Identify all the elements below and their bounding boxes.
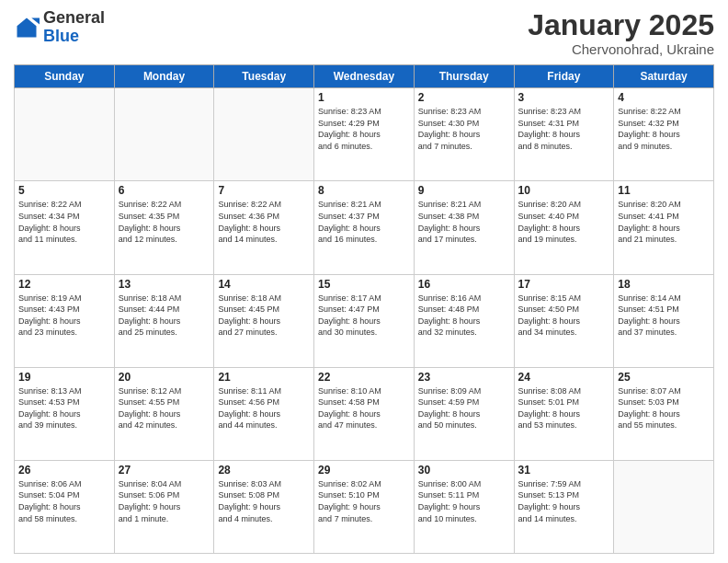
calendar-cell: 14Sunrise: 8:18 AM Sunset: 4:45 PM Dayli…: [214, 274, 314, 367]
day-number: 7: [218, 184, 310, 197]
day-info: Sunrise: 8:02 AM Sunset: 5:10 PM Dayligh…: [318, 478, 410, 524]
week-row-0: 1Sunrise: 8:23 AM Sunset: 4:29 PM Daylig…: [15, 88, 714, 181]
day-info: Sunrise: 8:21 AM Sunset: 4:38 PM Dayligh…: [418, 199, 510, 245]
day-info: Sunrise: 8:22 AM Sunset: 4:35 PM Dayligh…: [119, 199, 210, 245]
day-number: 23: [418, 371, 510, 384]
day-info: Sunrise: 8:03 AM Sunset: 5:08 PM Dayligh…: [218, 478, 310, 524]
calendar-cell: [214, 88, 314, 181]
logo: General Blue: [14, 9, 105, 46]
calendar-cell: 18Sunrise: 8:14 AM Sunset: 4:51 PM Dayli…: [614, 274, 714, 367]
day-number: 25: [618, 371, 710, 384]
day-info: Sunrise: 8:23 AM Sunset: 4:30 PM Dayligh…: [418, 106, 510, 152]
calendar-cell: 6Sunrise: 8:22 AM Sunset: 4:35 PM Daylig…: [114, 181, 214, 274]
calendar-cell: 28Sunrise: 8:03 AM Sunset: 5:08 PM Dayli…: [214, 460, 314, 553]
calendar-cell: 8Sunrise: 8:21 AM Sunset: 4:37 PM Daylig…: [314, 181, 415, 274]
title-block: January 2025 Chervonohrad, Ukraine: [528, 9, 714, 57]
calendar-cell: 2Sunrise: 8:23 AM Sunset: 4:30 PM Daylig…: [414, 88, 514, 181]
day-info: Sunrise: 8:19 AM Sunset: 4:43 PM Dayligh…: [18, 293, 110, 339]
day-info: Sunrise: 7:59 AM Sunset: 5:13 PM Dayligh…: [518, 478, 610, 524]
day-number: 8: [318, 184, 410, 197]
day-info: Sunrise: 8:22 AM Sunset: 4:36 PM Dayligh…: [218, 199, 310, 245]
weekday-header-sunday: Sunday: [15, 65, 115, 88]
weekday-header-wednesday: Wednesday: [314, 65, 415, 88]
day-number: 1: [318, 91, 410, 104]
day-number: 17: [518, 278, 610, 291]
calendar-cell: 12Sunrise: 8:19 AM Sunset: 4:43 PM Dayli…: [15, 274, 115, 367]
week-row-3: 19Sunrise: 8:13 AM Sunset: 4:53 PM Dayli…: [15, 367, 714, 460]
calendar-cell: [614, 460, 714, 553]
week-row-4: 26Sunrise: 8:06 AM Sunset: 5:04 PM Dayli…: [15, 460, 714, 553]
day-number: 30: [418, 464, 510, 477]
day-info: Sunrise: 8:00 AM Sunset: 5:11 PM Dayligh…: [418, 478, 510, 524]
day-info: Sunrise: 8:16 AM Sunset: 4:48 PM Dayligh…: [418, 293, 510, 339]
calendar-cell: 10Sunrise: 8:20 AM Sunset: 4:40 PM Dayli…: [514, 181, 614, 274]
calendar-cell: 22Sunrise: 8:10 AM Sunset: 4:58 PM Dayli…: [314, 367, 415, 460]
day-number: 31: [518, 464, 610, 477]
day-number: 29: [318, 464, 410, 477]
day-info: Sunrise: 8:20 AM Sunset: 4:41 PM Dayligh…: [618, 199, 710, 245]
calendar-cell: 3Sunrise: 8:23 AM Sunset: 4:31 PM Daylig…: [514, 88, 614, 181]
calendar-cell: 19Sunrise: 8:13 AM Sunset: 4:53 PM Dayli…: [15, 367, 115, 460]
calendar-cell: 4Sunrise: 8:22 AM Sunset: 4:32 PM Daylig…: [614, 88, 714, 181]
day-number: 19: [18, 371, 110, 384]
weekday-header-tuesday: Tuesday: [214, 65, 314, 88]
calendar-cell: 7Sunrise: 8:22 AM Sunset: 4:36 PM Daylig…: [214, 181, 314, 274]
calendar-cell: 20Sunrise: 8:12 AM Sunset: 4:55 PM Dayli…: [114, 367, 214, 460]
day-info: Sunrise: 8:21 AM Sunset: 4:37 PM Dayligh…: [318, 199, 410, 245]
calendar-cell: 17Sunrise: 8:15 AM Sunset: 4:50 PM Dayli…: [514, 274, 614, 367]
calendar-cell: 27Sunrise: 8:04 AM Sunset: 5:06 PM Dayli…: [114, 460, 214, 553]
calendar-cell: [15, 88, 115, 181]
day-info: Sunrise: 8:07 AM Sunset: 5:03 PM Dayligh…: [618, 385, 710, 431]
calendar-cell: 11Sunrise: 8:20 AM Sunset: 4:41 PM Dayli…: [614, 181, 714, 274]
logo-icon: [14, 15, 40, 40]
calendar-cell: 9Sunrise: 8:21 AM Sunset: 4:38 PM Daylig…: [414, 181, 514, 274]
day-number: 21: [218, 371, 310, 384]
day-info: Sunrise: 8:09 AM Sunset: 4:59 PM Dayligh…: [418, 385, 510, 431]
day-number: 27: [119, 464, 210, 477]
day-number: 5: [18, 184, 110, 197]
day-info: Sunrise: 8:15 AM Sunset: 4:50 PM Dayligh…: [518, 293, 610, 339]
calendar-cell: 29Sunrise: 8:02 AM Sunset: 5:10 PM Dayli…: [314, 460, 415, 553]
day-number: 22: [318, 371, 410, 384]
logo-blue: Blue: [43, 27, 79, 45]
day-number: 2: [418, 91, 510, 104]
calendar-cell: 1Sunrise: 8:23 AM Sunset: 4:29 PM Daylig…: [314, 88, 415, 181]
title-location: Chervonohrad, Ukraine: [528, 41, 714, 57]
day-number: 20: [119, 371, 210, 384]
day-info: Sunrise: 8:18 AM Sunset: 4:44 PM Dayligh…: [119, 293, 210, 339]
day-info: Sunrise: 8:22 AM Sunset: 4:32 PM Dayligh…: [618, 106, 710, 152]
day-number: 6: [119, 184, 210, 197]
day-info: Sunrise: 8:04 AM Sunset: 5:06 PM Dayligh…: [119, 478, 210, 524]
week-row-1: 5Sunrise: 8:22 AM Sunset: 4:34 PM Daylig…: [15, 181, 714, 274]
title-month: January 2025: [528, 9, 714, 41]
day-info: Sunrise: 8:23 AM Sunset: 4:29 PM Dayligh…: [318, 106, 410, 152]
calendar-cell: 23Sunrise: 8:09 AM Sunset: 4:59 PM Dayli…: [414, 367, 514, 460]
day-info: Sunrise: 8:12 AM Sunset: 4:55 PM Dayligh…: [119, 385, 210, 431]
day-info: Sunrise: 8:14 AM Sunset: 4:51 PM Dayligh…: [618, 293, 710, 339]
calendar-cell: 5Sunrise: 8:22 AM Sunset: 4:34 PM Daylig…: [15, 181, 115, 274]
day-info: Sunrise: 8:11 AM Sunset: 4:56 PM Dayligh…: [218, 385, 310, 431]
day-number: 28: [218, 464, 310, 477]
day-number: 11: [618, 184, 710, 197]
logo-text: General Blue: [43, 9, 105, 46]
day-number: 24: [518, 371, 610, 384]
day-number: 13: [119, 278, 210, 291]
day-info: Sunrise: 8:18 AM Sunset: 4:45 PM Dayligh…: [218, 293, 310, 339]
calendar-cell: 30Sunrise: 8:00 AM Sunset: 5:11 PM Dayli…: [414, 460, 514, 553]
day-info: Sunrise: 8:22 AM Sunset: 4:34 PM Dayligh…: [18, 199, 110, 245]
calendar-cell: 31Sunrise: 7:59 AM Sunset: 5:13 PM Dayli…: [514, 460, 614, 553]
header: General Blue January 2025 Chervonohrad, …: [14, 9, 714, 57]
day-info: Sunrise: 8:23 AM Sunset: 4:31 PM Dayligh…: [518, 106, 610, 152]
weekday-header-monday: Monday: [114, 65, 214, 88]
week-row-2: 12Sunrise: 8:19 AM Sunset: 4:43 PM Dayli…: [15, 274, 714, 367]
day-number: 10: [518, 184, 610, 197]
day-number: 18: [618, 278, 710, 291]
day-number: 3: [518, 91, 610, 104]
calendar-cell: [114, 88, 214, 181]
weekday-header-friday: Friday: [514, 65, 614, 88]
day-number: 14: [218, 278, 310, 291]
calendar-cell: 24Sunrise: 8:08 AM Sunset: 5:01 PM Dayli…: [514, 367, 614, 460]
calendar-cell: 21Sunrise: 8:11 AM Sunset: 4:56 PM Dayli…: [214, 367, 314, 460]
page: General Blue January 2025 Chervonohrad, …: [0, 0, 728, 563]
day-info: Sunrise: 8:17 AM Sunset: 4:47 PM Dayligh…: [318, 293, 410, 339]
